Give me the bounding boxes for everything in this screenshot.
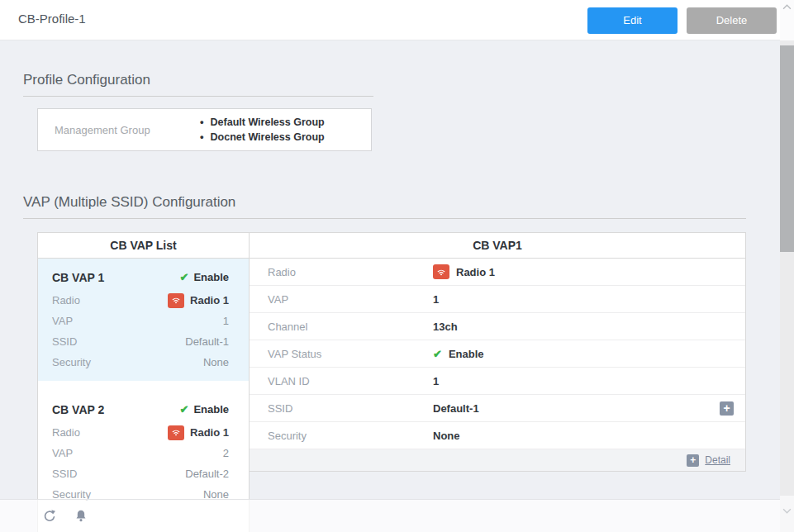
- row-label: SSID: [52, 468, 77, 480]
- detail-radio-row: Radio Radio 1: [250, 259, 745, 286]
- management-group-item: Docnet Wireless Group: [200, 130, 325, 145]
- row-value: Radio 1: [433, 264, 495, 279]
- vap-config-divider: [23, 218, 746, 219]
- vap-list-table: CB VAP List CB VAP 1 Enable Radio Radio …: [37, 232, 250, 532]
- wifi-icon: [433, 264, 449, 279]
- scrollbar-track-bottom: [780, 496, 794, 532]
- vap-detail-header: CB VAP1: [250, 233, 745, 259]
- detail-security-row: Security None: [250, 422, 745, 449]
- footer-band: [0, 499, 780, 532]
- row-label: Radio: [268, 266, 433, 278]
- row-value: Default-2: [185, 468, 229, 480]
- row-label: VAP Status: [268, 348, 433, 360]
- vap-name: CB VAP 1: [52, 271, 104, 284]
- row-value: Radio 1: [168, 425, 229, 440]
- row-value: 1: [433, 375, 439, 387]
- row-value: Radio 1: [168, 293, 229, 308]
- top-bar: CB-Profile-1 Edit Delete: [0, 0, 794, 40]
- radio-value: Radio 1: [190, 294, 229, 306]
- bell-icon[interactable]: [73, 508, 89, 525]
- row-label: Radio: [52, 294, 80, 306]
- row-label: Security: [268, 430, 433, 442]
- scroll-up-icon[interactable]: [782, 4, 792, 10]
- row-value: Default-1: [185, 335, 229, 348]
- row-label: VLAN ID: [268, 375, 433, 387]
- check-icon: [433, 348, 442, 360]
- detail-vlan-row: VLAN ID 1: [250, 368, 745, 395]
- row-label: SSID: [52, 335, 77, 348]
- vap-status-label: Enable: [193, 403, 229, 416]
- row-label: SSID: [268, 402, 433, 415]
- detail-ssid-row: SSID Default-1: [250, 395, 745, 422]
- wifi-icon: [168, 293, 184, 308]
- vap-status-label: Enable: [193, 271, 229, 283]
- profile-config-title: Profile Configuration: [23, 72, 150, 88]
- row-value: Enable: [433, 348, 484, 360]
- detail-plus-icon[interactable]: [687, 454, 699, 467]
- management-group-item: Default Wireless Group: [200, 115, 325, 130]
- scrollbar-thumb[interactable]: [780, 45, 794, 252]
- row-label: VAP: [52, 447, 73, 459]
- management-group-label: Management Group: [55, 124, 200, 136]
- detail-vap-row: VAP 1: [250, 286, 745, 313]
- scroll-down-icon[interactable]: [782, 508, 792, 514]
- row-label: Channel: [268, 321, 433, 333]
- profile-config-divider: [23, 96, 373, 97]
- row-label: Security: [52, 356, 91, 368]
- management-group-list: Default Wireless Group Docnet Wireless G…: [200, 115, 325, 145]
- radio-value: Radio 1: [190, 426, 229, 439]
- check-icon: [179, 271, 188, 283]
- vap-vap-row: VAP 1: [52, 311, 229, 331]
- vap-list-header: CB VAP List: [38, 233, 249, 259]
- vap-security-row: Security None: [52, 352, 229, 373]
- row-label: Radio: [52, 426, 80, 439]
- refresh-icon[interactable]: [41, 508, 58, 525]
- wifi-icon: [168, 425, 184, 440]
- vap-ssid-row: SSID Default-1: [52, 331, 229, 352]
- card-gap: [38, 381, 249, 391]
- row-value: 1: [223, 315, 229, 327]
- status-value: Enable: [449, 348, 484, 360]
- vap-vap-row: VAP 2: [52, 443, 229, 463]
- detail-vap-status-row: VAP Status Enable: [250, 340, 745, 368]
- row-value: 1: [433, 293, 439, 306]
- vap-radio-row: Radio Radio 1: [52, 290, 229, 311]
- edit-button[interactable]: Edit: [587, 7, 678, 34]
- vap-detail-table: CB VAP1 Radio Radio 1 VAP 1 Channel 13ch…: [249, 232, 746, 472]
- vap-radio-row: Radio Radio 1: [52, 422, 229, 443]
- vap-status-badge: Enable: [179, 271, 229, 283]
- row-label: VAP: [268, 293, 433, 306]
- row-value: 13ch: [433, 321, 458, 333]
- vap-name: CB VAP 2: [52, 403, 104, 416]
- vap-list-item-1[interactable]: CB VAP 1 Enable Radio Radio 1 VAP 1 SSID…: [38, 259, 249, 381]
- row-value: 2: [223, 447, 229, 459]
- page-title: CB-Profile-1: [18, 12, 86, 26]
- management-group-box: Management Group Default Wireless Group …: [37, 108, 372, 151]
- vertical-scrollbar[interactable]: [780, 0, 794, 532]
- vap-list-item-2[interactable]: CB VAP 2 Enable Radio Radio 1 VAP 2 SSID…: [38, 391, 249, 513]
- detail-link[interactable]: Detail: [705, 454, 730, 466]
- row-value: None: [433, 430, 460, 442]
- delete-button[interactable]: Delete: [687, 7, 777, 34]
- radio-value: Radio 1: [456, 266, 495, 278]
- check-icon: [179, 403, 188, 416]
- vap-status-badge: Enable: [179, 403, 229, 416]
- row-label: VAP: [52, 315, 73, 327]
- row-value: None: [203, 356, 229, 368]
- detail-channel-row: Channel 13ch: [250, 313, 745, 340]
- vap-config-title: VAP (Multiple SSID) Configuration: [23, 194, 235, 211]
- vap-ssid-row: SSID Default-2: [52, 463, 229, 484]
- detail-footer-row: Detail: [250, 449, 745, 471]
- row-value: Default-1: [433, 402, 479, 415]
- ssid-add-button[interactable]: [720, 401, 734, 416]
